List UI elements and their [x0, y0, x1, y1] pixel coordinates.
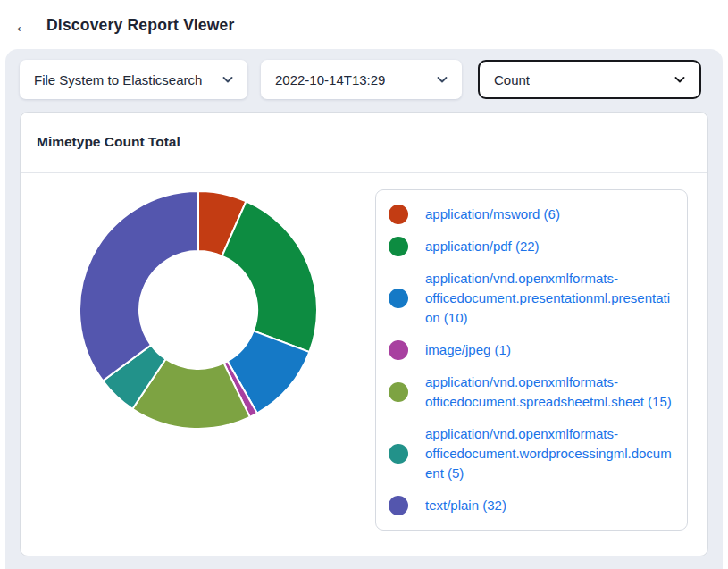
title-bar: ← Discovery Report Viewer — [0, 0, 728, 39]
legend-label: application/vnd.openxmlformats-officedoc… — [425, 269, 674, 328]
legend-item[interactable]: image/jpeg (1) — [376, 334, 687, 366]
legend-label: text/plain (32) — [425, 496, 674, 515]
legend-label: application/vnd.openxmlformats-officedoc… — [425, 424, 674, 483]
timestamp-select-value: 2022-10-14T13:29 — [275, 72, 385, 88]
donut-chart — [73, 185, 323, 435]
report-select-value: File System to Elasticsearch — [34, 72, 202, 88]
donut-slice[interactable] — [79, 191, 198, 381]
legend-bullet-icon — [389, 496, 408, 515]
legend-item[interactable]: application/vnd.openxmlformats-officedoc… — [376, 418, 687, 490]
legend-item[interactable]: application/vnd.openxmlformats-officedoc… — [376, 263, 687, 334]
chevron-down-icon — [221, 72, 235, 87]
page-title: Discovery Report Viewer — [46, 16, 234, 35]
legend-bullet-icon — [389, 340, 408, 360]
legend-bullet-icon — [389, 382, 408, 402]
mimetype-legend: application/msword (6)application/pdf (2… — [375, 189, 688, 531]
legend-bullet-icon — [389, 237, 408, 256]
content-panel: File System to Elasticsearch 2022-10-14T… — [5, 49, 723, 569]
legend-bullet-icon — [389, 205, 408, 224]
legend-bullet-icon — [389, 289, 408, 308]
timestamp-select[interactable]: 2022-10-14T13:29 — [261, 60, 462, 99]
legend-item[interactable]: application/vnd.openxmlformats-officedoc… — [376, 366, 687, 418]
card-title: Mimetype Count Total — [21, 113, 707, 173]
legend-label: application/msword (6) — [425, 205, 674, 224]
donut-area — [21, 173, 375, 435]
chevron-down-icon — [673, 72, 687, 87]
filters-row: File System to Elasticsearch 2022-10-14T… — [5, 49, 723, 99]
legend-item[interactable]: application/pdf (22) — [376, 230, 687, 263]
donut-slice[interactable] — [222, 201, 316, 352]
legend-label: image/jpeg (1) — [425, 340, 674, 360]
chevron-down-icon — [435, 72, 449, 87]
back-arrow-icon[interactable]: ← — [12, 16, 35, 36]
legend-item[interactable]: application/msword (6) — [376, 198, 687, 230]
legend-item[interactable]: text/plain (32) — [376, 490, 687, 522]
legend-label: application/vnd.openxmlformats-officedoc… — [425, 372, 674, 412]
metric-select-value: Count — [494, 72, 530, 88]
metric-select[interactable]: Count — [478, 60, 701, 99]
report-select[interactable]: File System to Elasticsearch — [20, 60, 247, 99]
chart-area: application/msword (6)application/pdf (2… — [21, 173, 707, 531]
legend-label: application/pdf (22) — [425, 237, 674, 256]
mimetype-card: Mimetype Count Total application/msword … — [20, 112, 708, 556]
legend-bullet-icon — [389, 444, 408, 464]
